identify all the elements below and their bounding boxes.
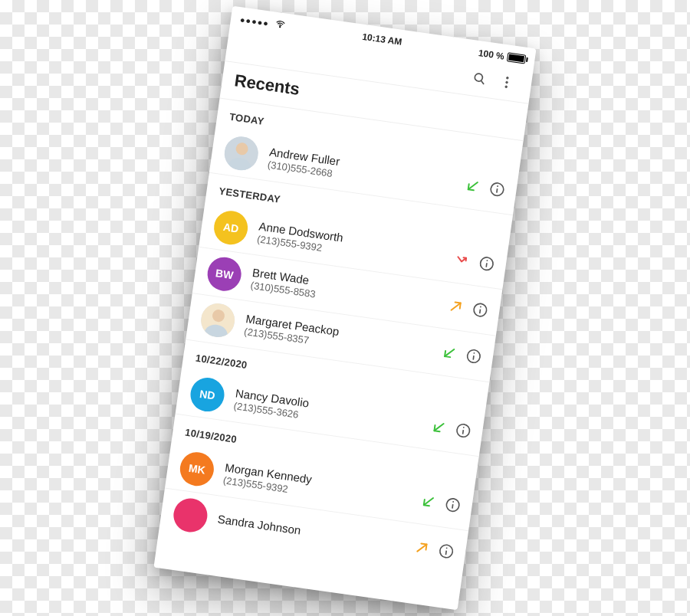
- info-icon[interactable]: [437, 542, 456, 561]
- svg-line-10: [497, 188, 498, 192]
- call-direction-missed-icon: [455, 253, 470, 268]
- contact-name: Sandra Johnson: [217, 513, 410, 552]
- call-direction-incoming-icon: [421, 493, 436, 509]
- battery-text: 100 %: [478, 48, 505, 62]
- svg-line-13: [486, 263, 487, 267]
- avatar-photo: [199, 301, 237, 339]
- info-icon[interactable]: [488, 180, 507, 199]
- info-icon[interactable]: [454, 421, 473, 441]
- phone-frame: ●●●●● 10:13 AM 100 % Recent: [153, 6, 536, 610]
- avatar-initials: [172, 496, 210, 535]
- info-icon[interactable]: [477, 254, 496, 274]
- call-direction-incoming-icon: [431, 419, 446, 434]
- signal-dots: ●●●●●: [239, 15, 270, 28]
- info-icon[interactable]: [464, 347, 483, 366]
- avatar-initials: MK: [178, 450, 216, 488]
- svg-point-14: [486, 260, 488, 261]
- svg-point-18: [480, 306, 481, 307]
- call-direction-incoming-icon: [465, 178, 481, 193]
- avatar-photo: [222, 134, 261, 172]
- svg-point-11: [497, 185, 498, 187]
- info-icon[interactable]: [443, 496, 462, 515]
- avatar-initials: AD: [212, 208, 250, 247]
- svg-point-4: [506, 81, 508, 84]
- avatar-initials: ND: [189, 375, 227, 414]
- avatar-initials: BW: [205, 255, 244, 293]
- call-direction-incoming-icon: [442, 345, 457, 360]
- more-vert-icon[interactable]: [491, 67, 523, 98]
- info-icon[interactable]: [471, 300, 490, 319]
- svg-line-27: [463, 430, 464, 434]
- svg-line-31: [452, 504, 453, 508]
- svg-point-0: [280, 26, 281, 27]
- svg-point-24: [473, 352, 475, 354]
- svg-line-2: [481, 80, 485, 84]
- call-direction-outgoing-icon: [449, 299, 464, 314]
- svg-point-5: [505, 86, 508, 88]
- call-direction-outgoing-icon: [414, 540, 429, 555]
- search-icon[interactable]: [464, 63, 495, 94]
- svg-point-3: [506, 77, 508, 79]
- battery-icon: [507, 52, 526, 64]
- svg-line-17: [480, 310, 481, 313]
- svg-point-28: [463, 427, 465, 428]
- svg-point-32: [452, 501, 454, 503]
- svg-point-36: [446, 547, 448, 549]
- svg-line-23: [473, 356, 474, 359]
- svg-line-35: [445, 551, 446, 555]
- recents-list[interactable]: TODAYAndrew Fuller(310)555-2668YESTERDAY…: [153, 99, 523, 611]
